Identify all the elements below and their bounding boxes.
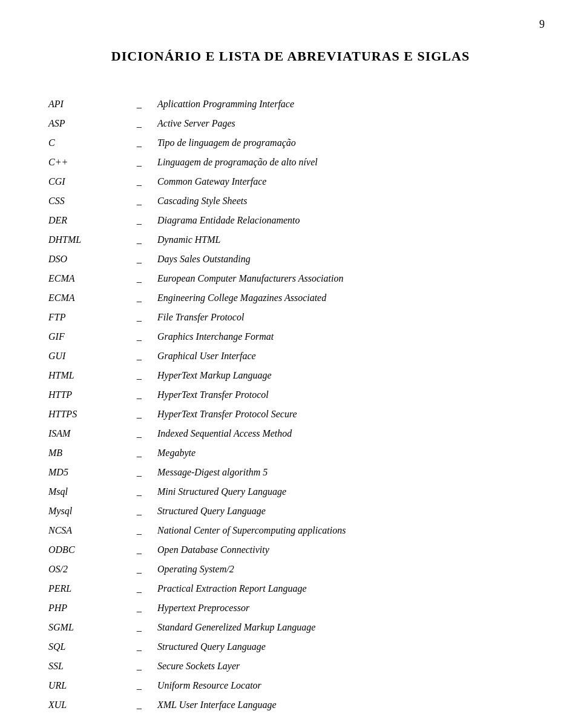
separator: _ [121, 191, 157, 211]
table-row: FTP_File Transfer Protocol [48, 308, 533, 327]
definition: Operating System/2 [157, 560, 533, 579]
table-row: API_Aplicattion Programming Interface [48, 94, 533, 114]
separator: _ [121, 250, 157, 269]
separator: _ [121, 94, 157, 114]
definition: Structured Query Language [157, 637, 533, 657]
definition: Graphics Interchange Format [157, 327, 533, 346]
separator: _ [121, 327, 157, 346]
table-row: C++_Linguagem de programação de alto nív… [48, 153, 533, 172]
table-row: ISAM_Indexed Sequential Access Method [48, 424, 533, 443]
definition: Mini Structured Query Language [157, 482, 533, 501]
definition: Structured Query Language [157, 501, 533, 521]
abbreviation: PERL [48, 579, 121, 598]
table-row: DSO_Days Sales Outstanding [48, 250, 533, 269]
abbreviation: HTML [48, 366, 121, 385]
separator: _ [121, 521, 157, 540]
abbreviation: C++ [48, 153, 121, 172]
table-row: CSS_Cascading Style Sheets [48, 191, 533, 211]
page-number: 9 [539, 18, 545, 31]
abbreviation: C [48, 133, 121, 153]
separator: _ [121, 288, 157, 308]
separator: _ [121, 424, 157, 443]
table-row: HTTP_HyperText Transfer Protocol [48, 385, 533, 405]
definition: Indexed Sequential Access Method [157, 424, 533, 443]
table-row: GUI_Graphical User Interface [48, 346, 533, 366]
table-row: Mysql_Structured Query Language [48, 501, 533, 521]
definition: Uniform Resource Locator [157, 676, 533, 695]
abbreviation: ASP [48, 114, 121, 133]
table-row: PERL_Practical Extraction Report Languag… [48, 579, 533, 598]
abbreviation: MB [48, 443, 121, 463]
separator: _ [121, 695, 157, 715]
abbreviation: PHP [48, 598, 121, 618]
separator: _ [121, 366, 157, 385]
separator: _ [121, 463, 157, 482]
abbreviation: Mysql [48, 501, 121, 521]
abbreviation: API [48, 94, 121, 114]
definition: HyperText Transfer Protocol [157, 385, 533, 405]
table-row: PHP_Hypertext Preprocessor [48, 598, 533, 618]
separator: _ [121, 560, 157, 579]
definition: European Computer Manufacturers Associat… [157, 269, 533, 288]
abbreviation: SSL [48, 657, 121, 676]
separator: _ [121, 211, 157, 230]
abbreviation: GUI [48, 346, 121, 366]
table-row: SGML_Standard Generelized Markup Languag… [48, 618, 533, 637]
abbreviation: Msql [48, 482, 121, 501]
abbreviation: CGI [48, 172, 121, 191]
definition: Aplicattion Programming Interface [157, 94, 533, 114]
definition: Megabyte [157, 443, 533, 463]
definition: Engineering College Magazines Associated [157, 288, 533, 308]
definition: Open Database Connectivity [157, 540, 533, 560]
table-row: SSL_Secure Sockets Layer [48, 657, 533, 676]
definition: XML User Interface Language [157, 695, 533, 715]
separator: _ [121, 405, 157, 424]
abbreviation: HTTPS [48, 405, 121, 424]
table-row: URL_Uniform Resource Locator [48, 676, 533, 695]
definition: HyperText Transfer Protocol Secure [157, 405, 533, 424]
abbreviation: FTP [48, 308, 121, 327]
table-row: ASP_Active Server Pages [48, 114, 533, 133]
table-row: ECMA_Engineering College Magazines Assoc… [48, 288, 533, 308]
table-row: ECMA_European Computer Manufacturers Ass… [48, 269, 533, 288]
table-row: SQL_Structured Query Language [48, 637, 533, 657]
definition: Hypertext Preprocessor [157, 598, 533, 618]
table-row: Msql_Mini Structured Query Language [48, 482, 533, 501]
table-row: DER_Diagrama Entidade Relacionamento [48, 211, 533, 230]
separator: _ [121, 153, 157, 172]
separator: _ [121, 133, 157, 153]
table-row: OS/2_Operating System/2 [48, 560, 533, 579]
abbreviation: SGML [48, 618, 121, 637]
separator: _ [121, 618, 157, 637]
definition: Cascading Style Sheets [157, 191, 533, 211]
separator: _ [121, 385, 157, 405]
separator: _ [121, 230, 157, 250]
separator: _ [121, 346, 157, 366]
separator: _ [121, 579, 157, 598]
abbreviation: ECMA [48, 269, 121, 288]
definition: HyperText Markup Language [157, 366, 533, 385]
separator: _ [121, 443, 157, 463]
separator: _ [121, 482, 157, 501]
definition: File Transfer Protocol [157, 308, 533, 327]
abbreviation: ISAM [48, 424, 121, 443]
definition: Linguagem de programação de alto nível [157, 153, 533, 172]
definition: National Center of Supercomputing applic… [157, 521, 533, 540]
definition: Dynamic HTML [157, 230, 533, 250]
table-row: NCSA_National Center of Supercomputing a… [48, 521, 533, 540]
separator: _ [121, 540, 157, 560]
table-row: HTTPS_HyperText Transfer Protocol Secure [48, 405, 533, 424]
dictionary-table: API_Aplicattion Programming InterfaceASP… [48, 94, 533, 715]
definition: Diagrama Entidade Relacionamento [157, 211, 533, 230]
abbreviation: DHTML [48, 230, 121, 250]
abbreviation: URL [48, 676, 121, 695]
table-row: GIF_Graphics Interchange Format [48, 327, 533, 346]
abbreviation: ECMA [48, 288, 121, 308]
table-row: MB_Megabyte [48, 443, 533, 463]
definition: Tipo de linguagem de programação [157, 133, 533, 153]
separator: _ [121, 637, 157, 657]
definition: Practical Extraction Report Language [157, 579, 533, 598]
separator: _ [121, 676, 157, 695]
separator: _ [121, 114, 157, 133]
separator: _ [121, 172, 157, 191]
